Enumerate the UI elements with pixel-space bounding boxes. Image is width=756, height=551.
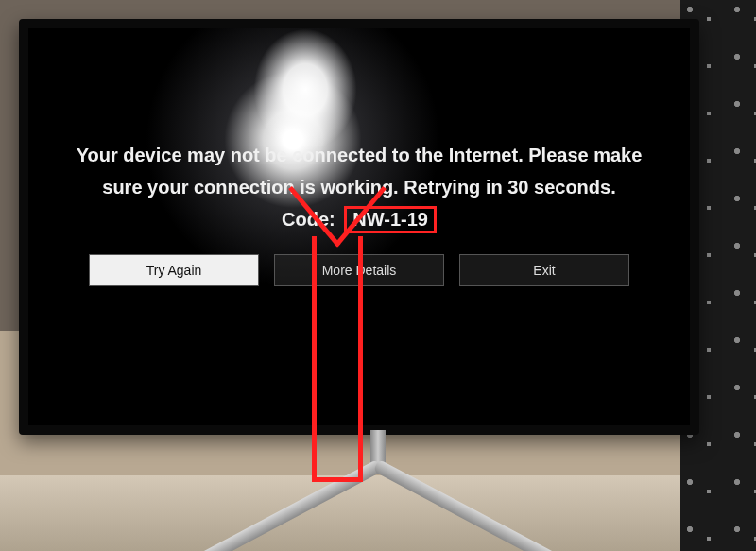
- try-again-button[interactable]: Try Again: [89, 254, 259, 286]
- error-message-line2: sure your connection is working. Retryin…: [102, 174, 615, 200]
- error-message-line1: Your device may not be connected to the …: [77, 142, 643, 168]
- error-code-line: Code: NW-1-19: [282, 206, 437, 233]
- error-code-label: Code:: [282, 209, 335, 230]
- tv-screen: Your device may not be connected to the …: [28, 28, 690, 425]
- more-details-button[interactable]: More Details: [274, 254, 444, 286]
- tv-frame: Your device may not be connected to the …: [19, 19, 699, 435]
- error-code-value: NW-1-19: [344, 206, 437, 233]
- screen-glare: [253, 28, 357, 151]
- button-row: Try Again More Details Exit: [89, 254, 629, 286]
- exit-button[interactable]: Exit: [459, 254, 629, 286]
